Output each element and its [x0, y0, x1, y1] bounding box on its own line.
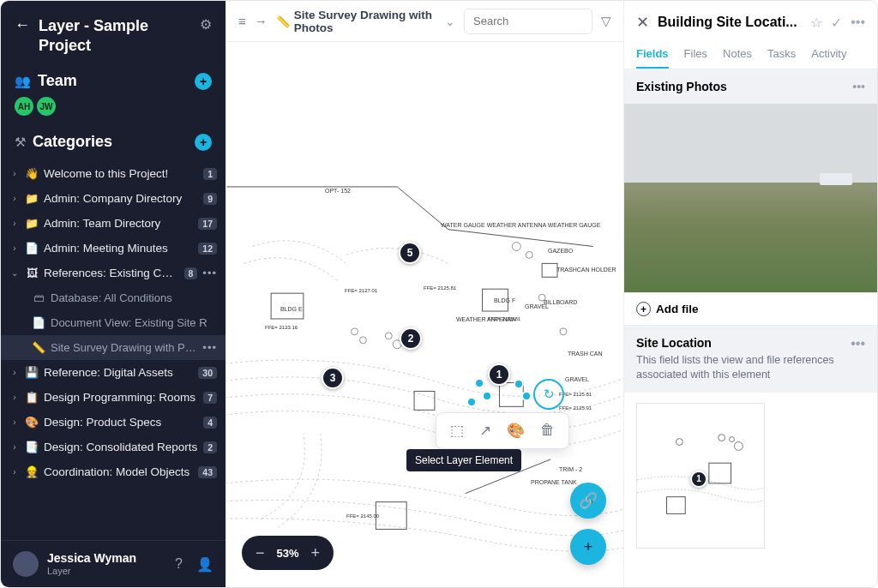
add-file-button[interactable]: + Add file — [624, 292, 877, 326]
help-icon[interactable]: ? — [175, 556, 183, 572]
tab-fields[interactable]: Fields — [636, 40, 669, 69]
map-label: OPT- 152 — [325, 188, 351, 194]
blue-marker[interactable] — [466, 397, 477, 407]
avatar[interactable]: JW — [37, 97, 56, 116]
location-pin[interactable]: 2 — [400, 327, 422, 350]
sidebar-item[interactable]: ›📁Admin: Company Directory9 — [1, 186, 226, 211]
item-icon: 💾 — [25, 366, 39, 379]
location-pin[interactable]: 5 — [399, 242, 421, 264]
detail-tabs: FieldsFilesNotesTasksActivity — [624, 40, 877, 69]
chevron-icon: › — [9, 194, 20, 203]
back-icon[interactable]: ← — [15, 16, 30, 34]
tab-notes[interactable]: Notes — [723, 40, 752, 69]
filter-icon[interactable]: ▽ — [601, 14, 611, 29]
blue-marker[interactable] — [521, 391, 532, 401]
link-fab[interactable]: 🔗 — [570, 483, 606, 519]
sidebar-item[interactable]: ›📄Admin: Meeting Minutes12 — [1, 236, 226, 261]
arrow-icon[interactable]: → — [255, 14, 268, 28]
blue-marker[interactable] — [514, 379, 524, 389]
site-location-field: Site Location This field lists the view … — [624, 326, 877, 393]
location-thumbnail[interactable]: 1 — [636, 403, 765, 549]
count-badge: 7 — [203, 392, 217, 404]
sidebar-item[interactable]: ›📋Design Programming: Rooms7 — [1, 385, 226, 410]
sidebar-item[interactable]: ›👷Coordination: Model Objects43 — [1, 459, 226, 484]
categories-heading: Categories — [33, 133, 188, 151]
arrow-icon[interactable]: ↗ — [479, 422, 491, 440]
item-label: Reference: Digital Assets — [44, 366, 193, 379]
field-more-icon[interactable]: ••• — [851, 336, 865, 382]
user-org: Layer — [47, 566, 161, 576]
selection-ring-icon[interactable]: ↻ — [533, 379, 564, 410]
cube-icon[interactable]: ⬚ — [450, 422, 464, 440]
palette-icon[interactable]: 🎨 — [507, 422, 525, 440]
gear-icon[interactable]: ⚙ — [200, 16, 212, 33]
item-label: Design: Consolidated Reports — [44, 441, 198, 453]
more-icon[interactable]: ••• — [202, 267, 217, 279]
item-icon: 📑 — [25, 441, 39, 453]
more-icon[interactable]: ••• — [202, 341, 217, 354]
sidebar-item[interactable]: ›💾Reference: Digital Assets30 — [1, 360, 226, 385]
map-label: WATER GAUGE WEATHER ANTENNA WEATHER GAUG… — [441, 222, 600, 228]
thumbnail-pin: 1 — [690, 471, 707, 488]
zoom-control: − 53% + — [242, 536, 334, 570]
card-more-icon[interactable]: ••• — [852, 80, 865, 93]
more-icon[interactable]: ••• — [851, 15, 865, 30]
chevron-down-icon[interactable]: ⌄ — [445, 15, 455, 28]
tab-activity[interactable]: Activity — [811, 40, 846, 69]
user-avatar[interactable] — [13, 551, 39, 577]
map-label: GAZEBO — [548, 248, 573, 254]
tab-tasks[interactable]: Tasks — [767, 40, 796, 69]
sidebar-item[interactable]: ›👋Welcome to this Project!1 — [1, 161, 226, 186]
sidebar-subitem[interactable]: 📄Document View: Existing Site R — [1, 310, 226, 335]
zoom-in-button[interactable]: + — [311, 544, 321, 562]
drawing-canvas[interactable]: OPT- 152 WATER GAUGE WEATHER ANTENNA WEA… — [226, 42, 623, 587]
site-plan-svg — [226, 42, 623, 587]
svg-point-12 — [512, 243, 520, 251]
sidebar-item[interactable]: ›📁Admin: Team Directory17 — [1, 211, 226, 236]
location-pin[interactable]: 1 — [488, 363, 510, 386]
search-input[interactable] — [464, 9, 592, 34]
star-icon[interactable]: ☆ — [810, 15, 822, 31]
sidebar-subitem[interactable]: 🗃Database: All Conditions — [1, 285, 226, 310]
add-category-button[interactable]: + — [195, 134, 212, 151]
doc-icon: 📏 — [276, 15, 291, 28]
tab-files[interactable]: Files — [684, 40, 707, 69]
team-icon: 👥 — [15, 74, 31, 89]
check-icon[interactable]: ✓ — [831, 15, 842, 31]
sidebar-item[interactable]: ⌄🖼References: Existing Conditions8••• — [1, 261, 226, 285]
profile-icon[interactable]: 👤 — [196, 556, 213, 573]
sidebar-item[interactable]: ›📑Design: Consolidated Reports2 — [1, 435, 226, 459]
zoom-out-button[interactable]: − — [256, 544, 265, 562]
chevron-icon: › — [9, 243, 20, 253]
field-title: Site Location — [636, 336, 844, 350]
map-label: BLDG F — [494, 297, 515, 303]
trash-icon[interactable]: 🗑 — [540, 422, 555, 440]
item-label: Welcome to this Project! — [44, 167, 198, 180]
svg-rect-3 — [414, 391, 435, 410]
item-label: Design Programming: Rooms — [44, 391, 198, 404]
chevron-icon: › — [9, 467, 20, 477]
avatar[interactable]: AH — [15, 97, 33, 116]
sidebar-subitem[interactable]: 📏Site Survey Drawing with Photos••• — [1, 335, 226, 360]
close-icon[interactable]: ✕ — [636, 13, 649, 32]
item-icon: 🎨 — [25, 416, 39, 429]
user-name: Jessica Wyman — [47, 552, 161, 565]
add-fab[interactable]: + — [570, 529, 606, 565]
location-pin[interactable]: 3 — [322, 367, 344, 389]
add-team-button[interactable]: + — [195, 73, 212, 90]
blue-marker[interactable] — [482, 391, 492, 401]
item-label: Document View: Existing Site R — [51, 316, 217, 329]
item-icon: 📄 — [32, 316, 45, 329]
map-label: TRASHCAN HOLDER — [556, 267, 616, 273]
sidebar-item[interactable]: ›🎨Design: Product Specs4 — [1, 410, 226, 435]
count-badge: 9 — [203, 193, 217, 205]
blue-marker[interactable] — [474, 378, 484, 388]
svg-point-9 — [385, 333, 392, 339]
category-tree: ›👋Welcome to this Project!1›📁Admin: Comp… — [1, 158, 226, 540]
existing-photo[interactable] — [624, 104, 877, 292]
card-header-photos: Existing Photos ••• — [624, 69, 877, 104]
svg-point-17 — [719, 434, 725, 441]
breadcrumb[interactable]: 📏 Site Survey Drawing with Photos ⌄ — [276, 9, 455, 34]
menu-icon[interactable]: ≡ — [238, 14, 246, 28]
chevron-icon: › — [9, 169, 20, 178]
